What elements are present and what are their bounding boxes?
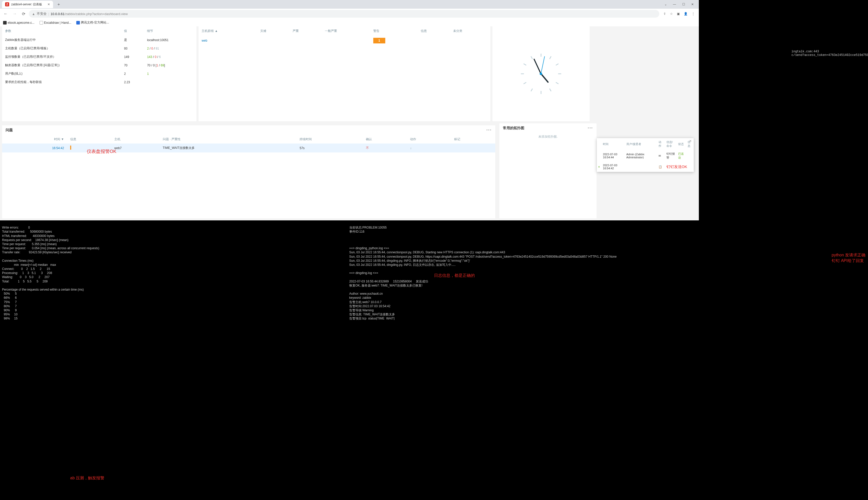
popup-row: + 2022-07-03 16:54:42 📋 钉钉发送OK <box>597 162 694 172</box>
col-param: 参数 <box>2 26 121 36</box>
popup-time: 2022-07-03 16:54:44 <box>601 150 625 162</box>
bookmark-tencent[interactable]: 腾讯文档-官方网站... <box>76 20 109 25</box>
annotation-dashboard-ok: 仪表盘报警OK <box>87 148 116 155</box>
param-detail: 143 / 0 / 6 <box>144 53 197 61</box>
bookmark-icon <box>39 21 43 24</box>
popup-msg: 钉钉报警 <box>665 150 677 162</box>
param-detail: localhost:10051 <box>144 36 197 44</box>
col-host[interactable]: 主机 <box>111 135 160 144</box>
annotation-python-ok: python 发请求正确钉钉 API给了回复 <box>832 252 866 263</box>
col-hostgroup[interactable]: 主机群组 ▲ <box>199 26 257 36</box>
param-value: 93 <box>121 44 144 53</box>
url-input[interactable]: ▲ 不安全 | 10.0.0.61/zabbix/zabbix.php?acti… <box>29 10 659 18</box>
url-host: 10.0.0.61 <box>50 12 64 16</box>
popup-col-action: 动作 <box>657 138 665 150</box>
col-info[interactable]: 信息 <box>418 26 450 36</box>
hostgroup-widget: 主机群组 ▲ 灾难 严重 一般严重 警告 信息 未分类 web 1 <box>199 26 490 121</box>
app-menu-icon[interactable]: ⌄ <box>665 2 667 6</box>
insecure-icon: ▲ <box>32 12 35 16</box>
col-average[interactable]: 一般严重 <box>322 26 370 36</box>
col-unclass[interactable]: 未分类 <box>450 26 490 36</box>
col-time[interactable]: 时间 ▼ <box>2 135 67 144</box>
problem-action-icon[interactable]: ↓ <box>407 144 451 152</box>
terminal-right[interactable]: 当前状态:PROBLEM:10055 事件ID:116 ==> dingding… <box>347 220 868 320</box>
maximize-icon[interactable]: ☐ <box>682 2 685 6</box>
problem-row[interactable]: 16:54:42 web7 TIME_WAIT连接数太多 57s 不 ↓ <box>2 144 495 152</box>
system-status-widget: 参数 值 细节 Zabbix服务器端运行中是localhost:10051主机数… <box>2 26 197 121</box>
terminal-output: 当前状态:PROBLEM:10055 事件ID:116 ==> dingding… <box>349 226 617 320</box>
popup-status: 已送达 <box>677 150 686 162</box>
popup-close-icon[interactable]: ✕ <box>689 139 692 143</box>
address-bar: ← → ⟳ ▲ 不安全 | 10.0.0.61/zabbix/zabbix.ph… <box>0 9 699 19</box>
problem-host: web7 <box>111 144 160 152</box>
bookmark-label: 腾讯文档-官方网站... <box>81 20 109 25</box>
widget-menu-icon[interactable]: ••• <box>588 126 593 130</box>
param-detail: 70 / 0 [1 / 69] <box>144 61 197 69</box>
col-high[interactable]: 严重 <box>290 26 322 36</box>
annotation-log-ok: 日志信息，都是正确的 <box>434 273 475 279</box>
col-warning[interactable]: 警告 <box>370 26 418 36</box>
col-ack[interactable]: 确认 <box>363 135 407 144</box>
topo-empty-text: 未添加拓扑图. <box>499 133 597 140</box>
minimize-icon[interactable]: — <box>673 2 676 6</box>
bookmark-star-icon[interactable]: ☆ <box>670 12 673 15</box>
mail-icon: ✉ <box>657 150 665 162</box>
back-button[interactable]: ← <box>2 10 9 17</box>
clock-center <box>540 72 542 75</box>
share-icon[interactable]: ⇪ <box>664 12 666 15</box>
param-detail: 1 <box>144 69 197 78</box>
param-name: 用户数(线上) <box>2 69 121 78</box>
bookmark-icon <box>3 21 7 24</box>
bookmark-ebook[interactable]: ebook.apecome.c... <box>3 20 34 25</box>
action-log-popup: ✕ 时间 用户/接受者 动作 信息/命令 状态 信息 2022-07-03 16… <box>597 138 694 172</box>
status-row: 主机数量（已启用/已禁用/模板）932 / 0 / 91 <box>2 44 197 53</box>
clock-widget <box>492 26 590 121</box>
col-tags[interactable]: 标记 <box>451 135 495 144</box>
bookmarks-bar: ebook.apecome.c... Excalidraw | Hand... … <box>0 19 699 26</box>
bookmark-label: ebook.apecome.c... <box>8 21 34 24</box>
widget-menu-icon[interactable]: ••• <box>486 128 492 133</box>
reload-button[interactable]: ⟳ <box>20 10 27 18</box>
col-problem[interactable]: 问题 · 严重性 <box>160 135 297 144</box>
forward-button[interactable]: → <box>11 10 19 17</box>
bookmark-excalidraw[interactable]: Excalidraw | Hand... <box>39 20 71 25</box>
extensions-icon[interactable]: ▣ <box>677 12 680 15</box>
window-controls: ⌄ — ☐ ✕ <box>661 2 697 6</box>
terminal-left[interactable]: Write errors: 0 Total transferred: 50680… <box>0 220 347 320</box>
minute-hand <box>533 58 541 74</box>
close-window-icon[interactable]: ✕ <box>691 2 694 6</box>
popup-time: 2022-07-03 16:54:42 <box>601 162 625 172</box>
param-value: 2.23 <box>121 78 144 86</box>
col-detail: 细节 <box>144 26 197 36</box>
dashboard-row-2: 问题 ••• 时间 ▼ 信息 主机 问题 · 严重性 持续时间 确认 动作 标记… <box>0 123 699 220</box>
param-name: 要求的主机性能，每秒新值 <box>2 78 121 86</box>
calendar-icon: 📋 <box>657 162 665 172</box>
popup-row: 2022-07-03 16:54:44 Admin (Zabbix Admini… <box>597 150 694 162</box>
col-info[interactable]: 信息 <box>67 135 111 144</box>
param-name: Zabbix服务器端运行中 <box>2 36 121 44</box>
popup-col-status: 状态 <box>677 138 686 150</box>
param-name: 监控项数量（已启用/已禁用/不支持） <box>2 53 121 61</box>
new-tab-button[interactable]: ＋ <box>55 1 63 8</box>
col-disaster[interactable]: 灾难 <box>257 26 289 36</box>
col-value: 值 <box>121 26 144 36</box>
profile-icon[interactable]: 👤 <box>684 12 688 15</box>
problem-time[interactable]: 16:54:42 <box>2 144 67 152</box>
kebab-menu-icon[interactable]: ⋮ <box>692 12 695 15</box>
plus-icon[interactable]: + <box>597 162 601 172</box>
hour-hand <box>540 73 549 83</box>
problem-ack[interactable]: 不 <box>363 144 407 152</box>
status-row: Zabbix服务器端运行中是localhost:10051 <box>2 36 197 44</box>
close-tab-icon[interactable]: ✕ <box>47 2 50 6</box>
problem-duration: 57s <box>296 144 363 152</box>
hostgroup-link[interactable]: web <box>202 39 207 42</box>
col-duration[interactable]: 持续时间 <box>296 135 363 144</box>
param-value: 是 <box>121 36 144 44</box>
bg-terminal-snippet: ingtalk.com:443 c/send?access_token=4763… <box>791 50 868 57</box>
popup-user: Admin (Zabbix Administrator) <box>625 150 657 162</box>
bookmark-icon <box>76 21 80 24</box>
warning-count[interactable]: 1 <box>373 38 385 43</box>
col-actions[interactable]: 动作 <box>407 135 451 144</box>
browser-tab-active[interactable]: Z zabbix4-server: 仪表板 ✕ <box>2 1 53 8</box>
popup-col-time: 时间 <box>601 138 625 150</box>
